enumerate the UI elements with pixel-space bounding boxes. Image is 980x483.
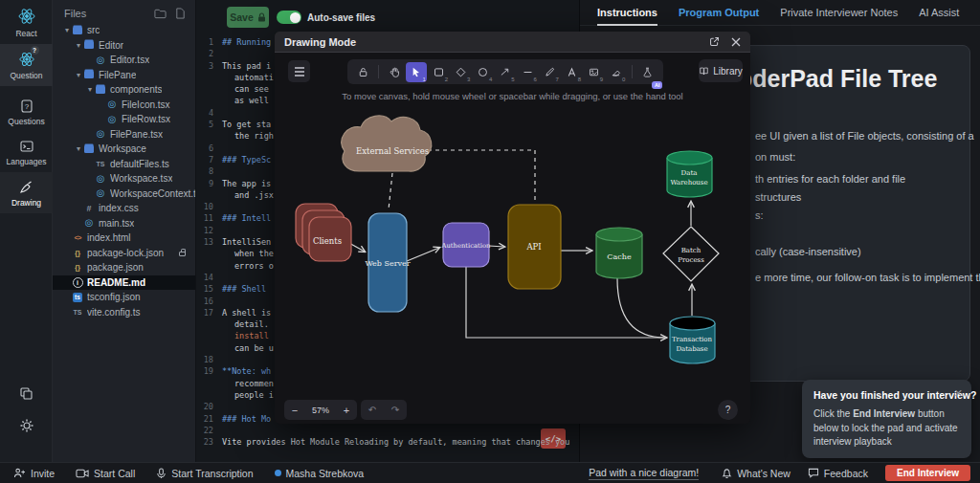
redo-button[interactable]: ↷ (384, 405, 407, 415)
file-tree-row[interactable]: ▾ index.css (53, 201, 195, 216)
gear-icon[interactable] (19, 418, 34, 433)
lock-tool-button[interactable] (352, 62, 373, 82)
tab-program-output[interactable]: Program Output (679, 0, 759, 26)
file-tree-panel: Files ▾ src ▾ Editor (53, 0, 196, 462)
node-cache[interactable]: Cache (596, 228, 642, 278)
file-tree-row[interactable]: ▾ package.json (53, 260, 195, 275)
autosave-toggle[interactable] (277, 11, 301, 24)
file-tree-row[interactable]: ▾ main.tsx (53, 216, 195, 231)
svg-text:Warehouse: Warehouse (670, 179, 707, 187)
start-transcription-button[interactable]: Start Transcription (156, 468, 253, 479)
drawing-canvas[interactable]: External Services Clients Web Server Aut… (275, 53, 750, 403)
file-tree-row[interactable]: ▾ FileRow.tsx (53, 112, 195, 127)
node-external-services[interactable]: External Services (342, 116, 432, 171)
line-number: 4 (196, 107, 213, 119)
hand-tool-button[interactable] (384, 62, 405, 82)
save-button[interactable]: Save (227, 7, 269, 28)
zoom-out-button[interactable]: − (284, 405, 305, 416)
node-batch-process[interactable]: Batch Process (663, 227, 719, 281)
node-authentication[interactable]: Authentication (441, 223, 492, 267)
help-button[interactable]: ? (718, 400, 738, 420)
instructions-text: th entries for each folder and file (755, 173, 905, 185)
rail-item-questions[interactable]: ? Questions (0, 92, 53, 132)
rail-item-languages[interactable]: Languages (0, 132, 53, 172)
menu-button[interactable] (288, 60, 310, 82)
tab-instructions[interactable]: Instructions (597, 0, 657, 26)
selection-tool-button[interactable]: 1 (406, 62, 427, 82)
lock-icon (257, 12, 266, 22)
feedback-button[interactable]: Feedback (808, 468, 868, 479)
svg-text:Batch: Batch (681, 247, 702, 254)
open-in-new-icon[interactable] (709, 36, 720, 47)
node-api[interactable]: API (508, 205, 561, 289)
end-interview-button[interactable]: End Interview (885, 465, 970, 481)
file-tree-row[interactable]: ▾ vite.config.ts (53, 305, 195, 320)
rail-item-drawing[interactable]: Drawing (0, 172, 53, 213)
node-data-warehouse[interactable]: Data Warehouse (667, 151, 712, 197)
text-tool-button[interactable]: 8 (561, 62, 582, 82)
close-icon[interactable]: ✕ (954, 387, 963, 400)
file-tree-row[interactable]: ▾ Workspace.tsx (53, 171, 195, 187)
invite-button[interactable]: Invite (13, 468, 55, 479)
close-icon[interactable] (731, 37, 741, 47)
instructions-text: structures (755, 191, 801, 203)
file-icon (95, 84, 106, 95)
line-number: 13 (196, 236, 213, 248)
code-line: 23 Vite provides Hot Module Reloading by… (196, 436, 579, 448)
zoom-in-button[interactable]: + (336, 405, 357, 416)
file-tree-row[interactable]: ▾ WorkspaceContext.tsx (53, 187, 195, 202)
file-tree-row[interactable]: ▾ package-lock.json (53, 246, 195, 261)
diamond-tool-button[interactable]: 3 (451, 62, 472, 82)
image-tool-button[interactable]: 9 (584, 62, 605, 82)
rectangle-tool-button[interactable]: 2 (428, 62, 449, 82)
file-tree-row[interactable]: ▾ Editor (53, 38, 195, 54)
arrow-tool-button[interactable]: 5 (495, 62, 516, 82)
presence-dot (275, 470, 281, 476)
file-tree-row[interactable]: ▾ FilePane (53, 68, 195, 83)
line-number (196, 72, 213, 83)
file-tree-row[interactable]: ▾ FilePane.tsx (53, 127, 195, 143)
line-number: 7 (196, 154, 213, 165)
library-button[interactable]: Library (699, 59, 743, 82)
questions-icon: ? (19, 99, 34, 114)
node-web-server[interactable]: Web Server (365, 213, 410, 312)
file-tree-row[interactable]: ▾ src (53, 23, 195, 38)
line-number: 15 (196, 283, 213, 295)
line-number (196, 342, 213, 354)
file-icon (95, 55, 106, 65)
eraser-tool-button[interactable]: 0 (606, 62, 627, 82)
new-file-icon[interactable] (175, 8, 186, 19)
file-tree-row[interactable]: ▾ FileIcon.tsx (53, 98, 195, 113)
rail-label: Languages (6, 157, 46, 166)
node-transaction-database[interactable]: Transaction Database (670, 317, 715, 363)
draw-tool-button[interactable]: 7 (539, 62, 560, 82)
more-shapes-tool-button[interactable]: AI (637, 62, 658, 82)
file-tree-row[interactable]: ▾ Workspace (53, 142, 195, 157)
zoom-level[interactable]: 57% (305, 406, 336, 415)
tab-ai-assist[interactable]: AI Assist (919, 0, 959, 26)
rail-item-question[interactable]: ? Question (0, 44, 53, 86)
user-presence[interactable]: Masha Strebkova (275, 468, 365, 479)
tab-private-interviewer-notes[interactable]: Private Interviewer Notes (780, 0, 898, 26)
file-tree-row[interactable]: ▾ index.html (53, 231, 195, 246)
copy-icon[interactable] (19, 386, 33, 401)
ellipse-tool-button[interactable]: 4 (473, 62, 494, 82)
whats-new-button[interactable]: What's New (722, 468, 791, 479)
line-number: 11 (196, 212, 213, 224)
line-number (196, 83, 213, 95)
file-tree-row[interactable]: ▾ defaultFiles.ts (53, 157, 195, 172)
pad-title-input[interactable]: Pad with a nice diagram! (589, 467, 699, 480)
line-tool-button[interactable]: 6 (517, 62, 538, 82)
rail-item-react[interactable]: React (0, 0, 53, 44)
file-tree-row[interactable]: ▾ README.md (53, 275, 195, 291)
line-number: 23 (196, 436, 213, 448)
undo-button[interactable]: ↶ (361, 405, 384, 415)
node-clients[interactable]: Clients (296, 204, 351, 261)
new-folder-icon[interactable] (154, 8, 167, 19)
file-tree-row[interactable]: ▾ tsconfig.json (53, 290, 195, 305)
autosave-label: Auto-save files (307, 12, 375, 23)
line-number: 18 (196, 354, 213, 365)
file-tree-row[interactable]: ▾ components (53, 82, 195, 98)
start-call-button[interactable]: Start Call (76, 468, 135, 479)
file-tree-row[interactable]: ▾ Editor.tsx (53, 53, 195, 68)
